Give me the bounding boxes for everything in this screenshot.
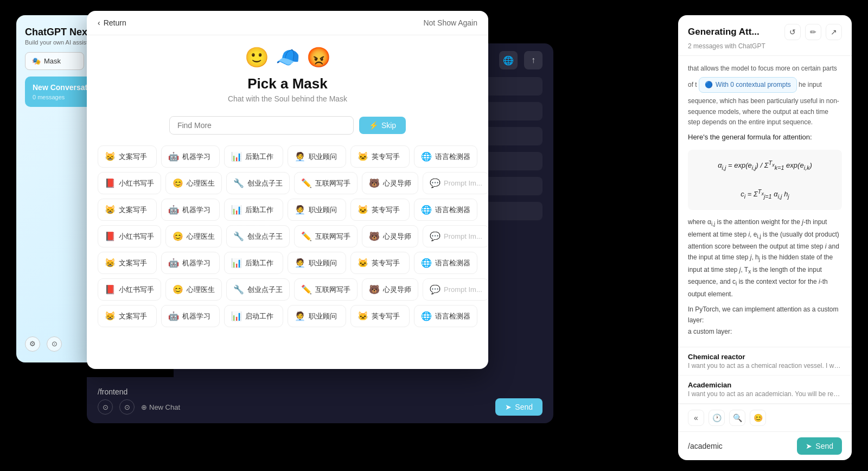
mask-item[interactable]: 🌐语言检测器 xyxy=(414,145,477,168)
right-footer-icon-1[interactable]: « xyxy=(688,410,704,426)
mask-item[interactable]: 🤖机器学习 xyxy=(161,305,220,327)
share-icon[interactable]: ↗ xyxy=(826,24,842,40)
suggestion-chemical[interactable]: Chemical reactor I want you to act as a … xyxy=(678,347,852,375)
mask-item[interactable]: 🧑‍💼职业顾问 xyxy=(288,252,347,274)
right-panel-content: that allows the model to focus more on c… xyxy=(678,56,852,347)
settings-icon[interactable]: ⚙ xyxy=(25,336,40,352)
mask-grid: 😸文案写手 🤖机器学习 📊后勤工作 🧑‍💼职业顾问 🐱英专写手 🌐语言检测器 📕… xyxy=(87,140,488,369)
right-panel-subtitle: 2 messages with ChatGPT xyxy=(688,42,842,50)
mask-picker-header: ‹ Return Not Show Again xyxy=(87,11,488,35)
mask-hero: 🙂 🧢 😡 Pick a Mask Chat with the Soul beh… xyxy=(87,35,488,111)
mask-item[interactable]: 🐱英专写手 xyxy=(350,252,410,274)
right-footer-icon-3[interactable]: 🔍 xyxy=(729,410,745,426)
mask-item[interactable]: 🤖机器学习 xyxy=(161,252,220,274)
mask-item[interactable]: 🧑‍💼职业顾问 xyxy=(288,305,347,327)
mask-button[interactable]: 🎭 Mask xyxy=(25,52,84,70)
mask-item[interactable]: 😸文案写手 xyxy=(98,199,157,221)
dark-input-area: ⊙ ⊙ ⊕ New Chat ➤ Send xyxy=(87,377,553,423)
mask-item-gray[interactable]: 💬Prompt Im... xyxy=(423,225,488,247)
explanation-text: where αi,j is the attention weight for t… xyxy=(688,217,842,300)
mask-item[interactable]: 😸文案写手 xyxy=(98,252,157,274)
mask-item[interactable]: 🌐语言检测器 xyxy=(414,199,477,221)
mask-item[interactable]: 📕小红书写手 xyxy=(98,278,161,301)
formula-heading: Here's the general formula for attention… xyxy=(688,132,842,143)
dark-input-bookmark-icon[interactable]: ⊙ xyxy=(119,399,135,415)
mask-row-2: 📕小红书写手 😊心理医生 🔧创业点子王 ✏️互联网写手 🐻心灵导师 💬Promp… xyxy=(98,172,477,194)
mask-item-gray[interactable]: 💬Prompt Im... xyxy=(423,278,488,301)
mask-item[interactable]: 😊心理医生 xyxy=(165,172,222,194)
right-input-field[interactable] xyxy=(688,442,793,450)
mask-icon: 🎭 xyxy=(32,57,41,65)
mask-emoji-1: 🙂 xyxy=(245,46,269,69)
math-formula-2: ci = ΣTxj=1 αi,j hj xyxy=(695,186,834,203)
edit-icon[interactable]: ✏ xyxy=(805,24,821,40)
right-footer-icon-2[interactable]: 🕐 xyxy=(709,410,725,426)
mask-item[interactable]: 😸文案写手 xyxy=(98,145,157,168)
dark-input-footer: ⊙ ⊙ ⊕ New Chat ➤ Send xyxy=(98,398,542,416)
mask-item[interactable]: 🐻心灵导师 xyxy=(362,225,418,247)
dark-input-settings-icon[interactable]: ⊙ xyxy=(98,399,113,415)
mask-item[interactable]: 😊心理医生 xyxy=(165,278,222,301)
mask-item[interactable]: 🌐语言检测器 xyxy=(414,252,477,274)
right-input-row: ➤ Send xyxy=(678,431,852,460)
mask-item[interactable]: 🐱英专写手 xyxy=(350,199,410,221)
right-chat-panel: Generating Att... ↺ ✏ ↗ 2 messages with … xyxy=(678,15,852,460)
dark-input-new-chat[interactable]: ⊕ New Chat xyxy=(141,399,180,415)
mask-item[interactable]: 📕小红书写手 xyxy=(98,225,161,247)
suggestion-academician-desc: I want you to act as an academician. You… xyxy=(688,390,842,398)
undo-icon[interactable]: ↺ xyxy=(784,24,801,40)
pytorch-text: In PyTorch, we can implement attention a… xyxy=(688,304,842,326)
mask-item[interactable]: 🐱英专写手 xyxy=(350,145,410,168)
mask-search-input[interactable] xyxy=(169,116,354,135)
dark-input-icons: ⊙ ⊙ ⊕ New Chat xyxy=(98,399,180,415)
mask-emojis: 🙂 🧢 😡 xyxy=(87,46,488,69)
mask-picker-title: Pick a Mask xyxy=(87,75,488,92)
mask-emoji-2: 🧢 xyxy=(276,46,300,69)
dark-upload-icon[interactable]: ↑ xyxy=(524,51,542,69)
mask-item[interactable]: 📊后勤工作 xyxy=(224,145,283,168)
mask-item[interactable]: 🐱英专写手 xyxy=(350,305,410,327)
mask-item[interactable]: 📊启动工作 xyxy=(224,305,283,327)
mask-item[interactable]: 🐻心灵导师 xyxy=(362,172,418,194)
mask-item[interactable]: 🔧创业点子王 xyxy=(226,172,290,194)
mask-item[interactable]: ✏️互联网写手 xyxy=(294,172,358,194)
mask-row-7: 😸文案写手 🤖机器学习 📊启动工作 🧑‍💼职业顾问 🐱英专写手 🌐语言检测器 xyxy=(98,305,477,327)
mask-item[interactable]: 🔧创业点子王 xyxy=(226,225,290,247)
footer-icons: ⚙ ⊙ xyxy=(25,336,62,352)
dark-send-button[interactable]: ➤ Send xyxy=(495,398,542,416)
dark-input-field[interactable] xyxy=(98,385,542,398)
return-button[interactable]: ‹ Return xyxy=(98,18,126,27)
mask-item[interactable]: 📊后勤工作 xyxy=(224,199,283,221)
skip-button[interactable]: ⚡ Skip xyxy=(359,117,406,134)
custom-layer-text: a custom layer: xyxy=(688,326,842,337)
github-icon[interactable]: ⊙ xyxy=(47,336,62,352)
mask-item[interactable]: 🤖机器学习 xyxy=(161,199,220,221)
mask-item[interactable]: ✏️互联网写手 xyxy=(294,225,358,247)
mask-item[interactable]: 🌐语言检测器 xyxy=(414,305,477,327)
mask-item[interactable]: 🧑‍💼职业顾问 xyxy=(288,145,347,168)
suggestion-chemical-desc: I want you to act as a chemical reaction… xyxy=(688,362,842,370)
content-intro: that allows the model to focus more on c… xyxy=(688,63,842,128)
mask-item[interactable]: 🧑‍💼职业顾问 xyxy=(288,199,347,221)
right-footer-toolbar: « 🕐 🔍 😊 xyxy=(678,404,852,431)
mask-picker-subtitle: Chat with the Soul behind the Mask xyxy=(87,94,488,103)
mask-item[interactable]: 📕小红书写手 xyxy=(98,172,161,194)
dark-input-plus-icon: ⊕ xyxy=(141,403,147,411)
dark-send-icon: ➤ xyxy=(505,403,512,411)
mask-item[interactable]: ✏️互联网写手 xyxy=(294,278,358,301)
right-send-button[interactable]: ➤ Send xyxy=(797,437,842,455)
right-footer-icon-4[interactable]: 😊 xyxy=(750,410,766,426)
not-show-again-button[interactable]: Not Show Again xyxy=(423,18,477,27)
mask-item[interactable]: 😸文案写手 xyxy=(98,305,157,327)
mask-item-gray[interactable]: 💬Prompt Im... xyxy=(423,172,488,194)
dark-globe-icon[interactable]: 🌐 xyxy=(499,51,518,69)
mask-item[interactable]: 😊心理医生 xyxy=(165,225,222,247)
mask-item[interactable]: 🤖机器学习 xyxy=(161,145,220,168)
right-header-icons: ↺ ✏ ↗ xyxy=(784,24,842,40)
suggestion-academician[interactable]: Academician I want you to act as an acad… xyxy=(678,375,852,404)
mask-item[interactable]: 🐻心灵导师 xyxy=(362,278,418,301)
mask-emoji-3: 😡 xyxy=(307,46,331,69)
mask-item[interactable]: 📊后勤工作 xyxy=(224,252,283,274)
mask-picker-panel: ‹ Return Not Show Again 🙂 🧢 😡 Pick a Mas… xyxy=(87,11,488,369)
mask-item[interactable]: 🔧创业点子王 xyxy=(226,278,290,301)
